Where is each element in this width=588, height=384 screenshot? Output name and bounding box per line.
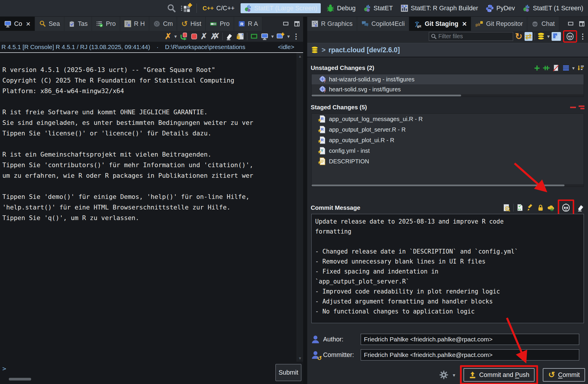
unstage-selected-icon[interactable]	[570, 107, 576, 108]
list-item[interactable]: R * app_output_plot_server.R - R	[312, 124, 584, 135]
switch-layout-icon[interactable]: ⇄	[525, 32, 533, 41]
console-horizontal-scrollbar[interactable]	[9, 378, 31, 380]
open-console-page-icon[interactable]	[250, 33, 258, 40]
tab-search[interactable]: Sea	[35, 17, 64, 31]
chevron-down-icon[interactable]: ▾	[453, 373, 455, 377]
open-new-console-icon[interactable]	[276, 32, 284, 40]
remove-launch-icon[interactable]: ✗	[201, 32, 207, 41]
perspective-pydev[interactable]: PyDev	[484, 3, 517, 14]
clear-console-icon[interactable]	[226, 33, 233, 40]
console-prompt[interactable]: >	[2, 365, 6, 372]
close-icon[interactable]: ×	[26, 19, 30, 28]
tab-r-graphics[interactable]: R R Graphics	[307, 17, 357, 31]
perspective-statet[interactable]: StatET	[362, 3, 395, 13]
chevron-down-icon[interactable]: ▾	[547, 34, 550, 38]
ignore-file-icon[interactable]	[552, 64, 560, 72]
view-menu-icon[interactable]: ⋮	[293, 33, 300, 40]
sort-icon[interactable]	[577, 64, 584, 72]
list-item[interactable]: R * app_output_log_messages_ui.R - R	[312, 114, 584, 124]
amend-pen-icon[interactable]	[527, 204, 534, 212]
open-perspective-icon[interactable]	[181, 3, 192, 14]
committer-input[interactable]	[361, 349, 579, 360]
stage-selected-icon[interactable]: +	[534, 63, 540, 73]
preview-message-icon[interactable]: €	[503, 204, 511, 212]
tab-history[interactable]: ↺ Hist	[177, 17, 206, 31]
gear-icon[interactable]	[439, 370, 448, 379]
chevron-down-icon[interactable]: ▾	[271, 34, 274, 38]
stage-all-icon[interactable]: ++	[542, 63, 550, 72]
console-vertical-scrollbar[interactable]: ▲ ▼	[297, 53, 303, 362]
filter-files-field[interactable]	[429, 32, 513, 41]
copilot-robot-icon[interactable]	[566, 32, 574, 41]
tab-chat[interactable]: Chat	[527, 17, 559, 31]
refresh-icon[interactable]: ↻	[515, 32, 523, 41]
submit-button[interactable]: Submit	[275, 364, 301, 381]
staged-horizontal-scrollbar[interactable]	[312, 184, 584, 187]
filter-files-input[interactable]	[429, 32, 513, 41]
file-name: DESCRIPTION	[329, 158, 369, 165]
list-item[interactable]: ? hat-wizard-solid.svg - inst/figures	[312, 74, 584, 84]
presentation-list-icon[interactable]	[562, 64, 569, 71]
cancel-task-icon[interactable]: ✗	[165, 32, 172, 41]
tab-console[interactable]: Co ×	[0, 17, 35, 31]
relaunch-console-icon[interactable]	[180, 32, 188, 40]
compare-mode-icon[interactable]	[552, 32, 561, 41]
list-item[interactable]: * DESCRIPTION	[312, 156, 584, 167]
perspective-statet-1-screen[interactable]: StatET (1 Screen)	[521, 3, 585, 13]
perspective-r-graph-builder[interactable]: R StatET: R Graph Builder	[399, 3, 480, 13]
author-input[interactable]	[361, 334, 579, 345]
commit-message-text[interactable]: Update release date to 2025-08-13 and im…	[312, 214, 584, 319]
repository-coins-icon[interactable]	[537, 32, 545, 41]
pin-console-icon[interactable]: !	[236, 32, 244, 40]
list-item[interactable]: Y * config.yml - inst	[312, 145, 584, 156]
untracked-globe-icon: ?	[319, 86, 326, 93]
unstaged-horizontal-scrollbar[interactable]	[312, 94, 584, 97]
commit-message-header: Commit Message € G	[307, 202, 588, 214]
terminate-icon[interactable]	[191, 33, 198, 40]
tab-progress[interactable]: Pro	[206, 17, 234, 31]
tab-tasks[interactable]: Tas	[64, 17, 92, 31]
add-signed-off-icon[interactable]	[516, 204, 524, 212]
right-window-controls	[567, 17, 588, 31]
tab-git-staging[interactable]: git Git Staging ×	[409, 17, 471, 31]
perspective-cpp[interactable]: C++ C/C++	[201, 4, 236, 13]
tab-git-repositories[interactable]: git Git Repositor	[471, 17, 527, 31]
tab-r-apps[interactable]: R R A	[234, 17, 263, 31]
toolbar-divider	[513, 204, 514, 212]
list-item[interactable]: ? heart-solid.svg - inst/figures	[312, 84, 584, 94]
maximize-icon[interactable]	[579, 21, 585, 27]
commit-button[interactable]: ↺ Commit	[543, 368, 585, 382]
perspective-debug[interactable]: Debug	[325, 3, 357, 13]
tab-cmd[interactable]: Cm	[149, 17, 177, 31]
perspective-label: PyDev	[496, 5, 515, 12]
commit-actions-row: ▾ Commit and Push ↺ Commit	[307, 365, 588, 384]
tab-copilot4eclipse[interactable]: Copilot4Ecli	[357, 17, 409, 31]
copilot-generate-message-icon[interactable]	[561, 203, 571, 212]
view-menu-icon[interactable]: ⋮	[579, 33, 586, 40]
search-icon[interactable]	[167, 3, 177, 13]
chevron-down-icon[interactable]: ▾	[287, 34, 290, 38]
problems-list-icon	[96, 20, 103, 27]
minimize-icon[interactable]	[283, 21, 289, 27]
scroll-down-icon[interactable]: ▼	[297, 356, 303, 360]
maximize-icon[interactable]	[294, 21, 300, 27]
unstaged-files-list: ? hat-wizard-solid.svg - inst/figures ? …	[311, 74, 584, 97]
clear-message-icon[interactable]	[577, 204, 584, 212]
minimize-icon[interactable]	[567, 21, 574, 27]
chevron-down-icon[interactable]: ▾	[174, 34, 177, 38]
chevron-down-icon[interactable]: ▾	[572, 66, 574, 70]
perspective-statet-large-screen[interactable]: StatET (Large Screen)	[241, 3, 321, 13]
remove-all-launches-icon[interactable]: ✗✗	[210, 32, 219, 41]
tab-r-help[interactable]: ?R R H	[120, 17, 149, 31]
unstage-all-icon[interactable]	[579, 105, 584, 109]
display-console-icon[interactable]	[261, 33, 268, 40]
list-item[interactable]: R * app_output_plot_ui.R - R	[312, 135, 584, 145]
lock-icon[interactable]	[537, 204, 544, 212]
bug-icon	[327, 4, 334, 12]
scroll-up-icon[interactable]: ▲	[297, 54, 303, 58]
close-icon[interactable]: ×	[462, 19, 467, 28]
gerrit-change-id-icon[interactable]: G	[547, 204, 555, 212]
commit-message-editor[interactable]: Update release date to 2025-08-13 and im…	[311, 214, 584, 323]
commit-and-push-button[interactable]: Commit and Push	[463, 368, 535, 382]
tab-problems[interactable]: Pro	[92, 17, 120, 31]
